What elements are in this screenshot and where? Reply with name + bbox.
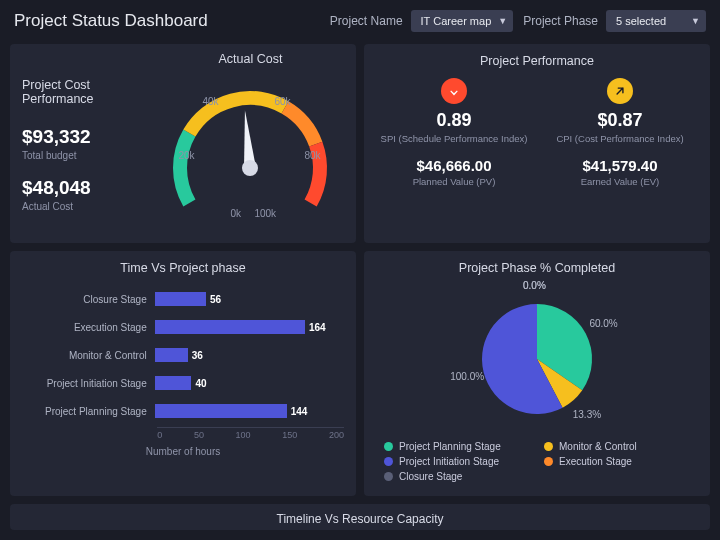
bar-label: Project Initiation Stage <box>22 378 155 389</box>
bar-value: 56 <box>210 294 221 305</box>
arrow-down-icon <box>441 78 467 104</box>
metric-actual-cost: $48,048 Actual Cost <box>22 177 151 212</box>
legend-label: Project Initiation Stage <box>399 456 499 467</box>
cpi-label: CPI (Cost Performance Index) <box>542 133 698 145</box>
legend-label: Execution Stage <box>559 456 632 467</box>
planned-value: $46,666.00 <box>376 157 532 174</box>
x-tick: 50 <box>194 430 204 440</box>
dropdown-value: 5 selected <box>616 15 666 27</box>
legend-label: Closure Stage <box>399 471 462 482</box>
gauge-seg-green <box>180 133 189 203</box>
card-project-performance: Project Performance 0.89 SPI (Schedule P… <box>364 44 710 243</box>
bar-label: Project Planning Stage <box>22 406 155 417</box>
bar-row: Closure Stage56 <box>22 287 338 311</box>
card-timeline-resource: Timeline Vs Resource Capacity <box>10 504 710 530</box>
bar-x-axis: 050100150200 <box>157 427 344 440</box>
card-cost-performance: Project Cost Performance $93,332 Total b… <box>10 44 356 243</box>
metric-value: $48,048 <box>22 177 151 199</box>
x-tick: 150 <box>282 430 297 440</box>
bar-label: Monitor & Control <box>22 350 155 361</box>
card-phase-completed: Project Phase % Completed 60.0%13.3%100.… <box>364 251 710 496</box>
x-tick: 200 <box>329 430 344 440</box>
metric-label: Total budget <box>22 150 151 161</box>
card-title: Time Vs Project phase <box>22 261 344 275</box>
gauge-tick: 60k <box>274 96 290 107</box>
legend-item: Closure Stage <box>384 471 530 482</box>
gauge-column: Actual Cost <box>157 54 344 229</box>
gauge-needle <box>239 110 256 169</box>
planned-label: Planned Value (PV) <box>376 176 532 187</box>
legend-swatch <box>384 472 393 481</box>
filter-project-phase: Project Phase 5 selected ▼ <box>523 10 706 32</box>
legend-swatch <box>384 457 393 466</box>
bar-track: 164 <box>155 320 338 334</box>
metric-value: $93,332 <box>22 126 151 148</box>
pie-data-label: 100.0% <box>450 371 484 382</box>
filter-label: Project Phase <box>523 14 598 28</box>
card-title: Timeline Vs Resource Capacity <box>277 512 444 526</box>
bar-value: 36 <box>192 350 203 361</box>
spi-label: SPI (Schedule Performance Index) <box>376 133 532 145</box>
bar-value: 144 <box>291 406 308 417</box>
dashboard-grid: Project Cost Performance $93,332 Total b… <box>0 44 720 540</box>
x-tick: 0 <box>157 430 162 440</box>
x-tick: 100 <box>236 430 251 440</box>
card-title: Project Cost Performance <box>22 78 151 106</box>
legend-swatch <box>384 442 393 451</box>
spi-value: 0.89 <box>376 110 532 131</box>
project-name-dropdown[interactable]: IT Career map ▼ <box>411 10 514 32</box>
legend-label: Monitor & Control <box>559 441 637 452</box>
earned-label: Earned Value (EV) <box>542 176 698 187</box>
gauge-tick: 20k <box>178 150 194 161</box>
filter-label: Project Name <box>330 14 403 28</box>
chevron-down-icon: ▼ <box>691 16 700 26</box>
perf-spi: 0.89 SPI (Schedule Performance Index) $4… <box>376 78 532 187</box>
bar-chart: Closure Stage56Execution Stage164Monitor… <box>22 285 344 423</box>
cpi-value: $0.87 <box>542 110 698 131</box>
bar-label: Closure Stage <box>22 294 155 305</box>
gauge-hub <box>242 160 258 176</box>
gauge-tick: 0k <box>230 208 241 219</box>
metric-total-budget: $93,332 Total budget <box>22 126 151 161</box>
gauge-tick: 100k <box>254 208 276 219</box>
page-title: Project Status Dashboard <box>14 11 208 31</box>
pie-legend: Project Planning StageMonitor & ControlP… <box>376 441 698 482</box>
topbar: Project Status Dashboard Project Name IT… <box>0 0 720 44</box>
bar-track: 40 <box>155 376 338 390</box>
gauge-tick: 40k <box>202 96 218 107</box>
legend-swatch <box>544 442 553 451</box>
metric-label: Actual Cost <box>22 201 151 212</box>
pie-data-label: 0.0% <box>523 280 546 291</box>
gauge-title: Actual Cost <box>157 52 344 66</box>
bar-row: Execution Stage164 <box>22 315 338 339</box>
bar-fill <box>155 320 305 334</box>
pie-chart: 60.0%13.3%100.0%0.0%0.0% <box>467 289 607 429</box>
chevron-down-icon: ▼ <box>498 16 507 26</box>
bar-row: Project Initiation Stage40 <box>22 371 338 395</box>
gauge-tick: 80k <box>304 150 320 161</box>
bar-value: 40 <box>195 378 206 389</box>
card-title: Project Phase % Completed <box>376 261 698 275</box>
bar-fill <box>155 348 188 362</box>
bar-x-label: Number of hours <box>22 446 344 457</box>
gauge-chart: 0k 20k 40k 60k 80k 100k <box>160 78 340 228</box>
bar-fill <box>155 404 287 418</box>
dropdown-value: IT Career map <box>421 15 492 27</box>
legend-item: Monitor & Control <box>544 441 690 452</box>
perf-cpi: $0.87 CPI (Cost Performance Index) $41,5… <box>542 78 698 187</box>
legend-swatch <box>544 457 553 466</box>
legend-item: Project Initiation Stage <box>384 456 530 467</box>
bar-value: 164 <box>309 322 326 333</box>
bar-label: Execution Stage <box>22 322 155 333</box>
bar-row: Monitor & Control36 <box>22 343 338 367</box>
earned-value: $41,579.40 <box>542 157 698 174</box>
bar-track: 56 <box>155 292 338 306</box>
cost-metrics: Project Cost Performance $93,332 Total b… <box>22 54 151 212</box>
pie-data-label: 60.0% <box>589 318 617 329</box>
bar-row: Project Planning Stage144 <box>22 399 338 423</box>
pie-data-label: 13.3% <box>573 409 601 420</box>
project-phase-dropdown[interactable]: 5 selected ▼ <box>606 10 706 32</box>
card-time-vs-phase: Time Vs Project phase Closure Stage56Exe… <box>10 251 356 496</box>
card-title: Project Performance <box>376 54 698 68</box>
bar-fill <box>155 292 206 306</box>
